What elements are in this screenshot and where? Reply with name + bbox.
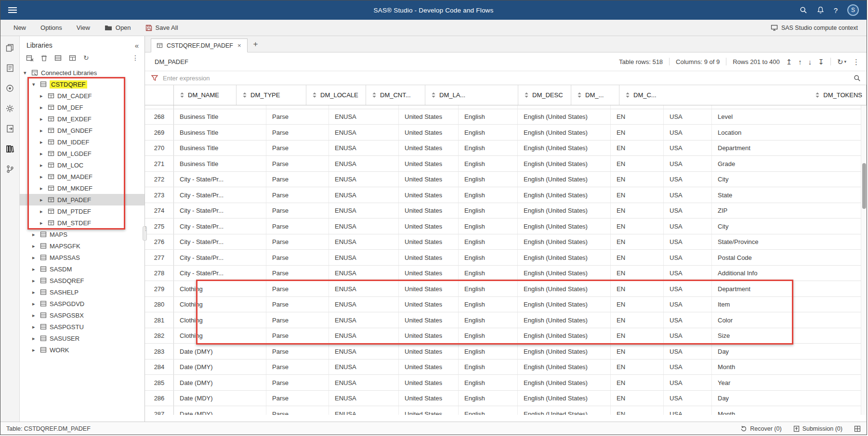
cell-dm-desc[interactable]: English (United States) bbox=[518, 406, 611, 415]
column-header[interactable]: DM_NAME bbox=[174, 85, 237, 105]
cell-dm-desc[interactable]: English (United States) bbox=[518, 218, 611, 234]
cell-dm-desc[interactable]: English (United States) bbox=[518, 125, 611, 140]
cell-dm-tokens[interactable]: City bbox=[712, 172, 867, 187]
cell-dm-type[interactable]: Parse bbox=[266, 187, 329, 203]
expand-icon[interactable]: ▸ bbox=[32, 231, 39, 238]
expand-icon[interactable]: ▸ bbox=[32, 255, 39, 261]
column-header[interactable]: DM_TOKENS bbox=[809, 85, 867, 105]
cell-dm-tokens[interactable]: Day bbox=[712, 391, 867, 406]
cell-dm-la[interactable]: English bbox=[459, 406, 518, 415]
table-row[interactable]: 277 City - State/Pr... Parse ENUSA Unite… bbox=[145, 250, 867, 266]
expand-icon[interactable]: ▸ bbox=[32, 301, 39, 307]
cell-dm-locale[interactable]: ENUSA bbox=[329, 344, 399, 359]
cell-dm[interactable]: EN bbox=[611, 344, 664, 359]
snippets-icon[interactable] bbox=[5, 43, 15, 52]
cell-dm-type[interactable]: Parse bbox=[266, 281, 329, 296]
cell-dm-name[interactable]: Clothing bbox=[174, 312, 266, 328]
cell-dm-type[interactable]: Parse bbox=[266, 297, 329, 312]
cell-dm-locale[interactable]: ENUSA bbox=[329, 234, 399, 250]
table-row[interactable]: 270 Business Title Parse ENUSA United St… bbox=[145, 141, 867, 156]
menu-open[interactable]: Open bbox=[97, 24, 138, 31]
table-row[interactable]: 286 Date (MDY) Parse ENUSA United States… bbox=[145, 391, 867, 407]
cell-dm-c[interactable]: USA bbox=[664, 391, 712, 406]
cell-dm-desc[interactable]: English (United States) bbox=[518, 297, 611, 312]
cell-dm-c[interactable]: USA bbox=[664, 172, 712, 187]
cell-dm-tokens[interactable]: Month bbox=[712, 359, 867, 375]
cell-dm-name[interactable]: City - State/Pr... bbox=[174, 187, 266, 203]
go-to-first-rows-icon[interactable]: ↥ bbox=[786, 58, 792, 65]
cell-dm-locale[interactable]: ENUSA bbox=[329, 250, 399, 265]
sort-icon[interactable] bbox=[180, 92, 184, 98]
cell-dm-name[interactable]: City - State/Pr... bbox=[174, 266, 266, 281]
cell-dm-cnt[interactable]: United States bbox=[399, 297, 459, 312]
expand-icon[interactable]: ▸ bbox=[40, 151, 47, 157]
search-icon[interactable] bbox=[800, 6, 807, 14]
cell-dm-tokens[interactable]: Level bbox=[712, 109, 867, 125]
cell-dm-cnt[interactable]: United States bbox=[399, 375, 459, 390]
table-row[interactable]: 282 Clothing Parse ENUSA United States E… bbox=[145, 328, 867, 344]
expand-icon[interactable]: ▸ bbox=[40, 174, 47, 180]
cell-dm-la[interactable]: English bbox=[459, 391, 518, 406]
cell-dm-name[interactable]: Date (MDY) bbox=[174, 391, 266, 406]
column-header[interactable]: DM_C... bbox=[619, 85, 809, 105]
table-row[interactable]: 275 City - State/Pr... Parse ENUSA Unite… bbox=[145, 218, 867, 234]
cell-dm-desc[interactable]: English (United States) bbox=[518, 109, 611, 125]
table-row[interactable]: 281 Clothing Parse ENUSA United States E… bbox=[145, 312, 867, 328]
cell-dm-tokens[interactable]: Year bbox=[712, 375, 867, 390]
menu-new[interactable]: New bbox=[6, 24, 33, 31]
cell-dm-tokens[interactable]: Additional Info bbox=[712, 266, 867, 281]
table-row[interactable]: 276 City - State/Pr... Parse ENUSA Unite… bbox=[145, 234, 867, 250]
libraries-icon[interactable] bbox=[5, 144, 15, 154]
cell-dm-la[interactable]: English bbox=[459, 109, 518, 125]
cell-dm[interactable]: EN bbox=[611, 406, 664, 415]
tree-node-table[interactable]: ▸ DM_LOC bbox=[20, 159, 145, 171]
expand-icon[interactable]: ▸ bbox=[32, 312, 39, 319]
expand-icon[interactable]: ▾ bbox=[32, 81, 39, 88]
cell-dm-la[interactable]: English bbox=[459, 250, 518, 265]
cell-dm[interactable]: EN bbox=[611, 266, 664, 281]
tree-node-table[interactable]: ▸ DM_GNDEF bbox=[20, 125, 145, 136]
cell-dm[interactable]: EN bbox=[611, 187, 664, 203]
tree-node-library[interactable]: ▸ SASUSER bbox=[20, 333, 145, 344]
cell-dm-c[interactable]: USA bbox=[664, 344, 712, 359]
cell-dm-c[interactable]: USA bbox=[664, 203, 712, 218]
cell-dm-type[interactable]: Parse bbox=[266, 156, 329, 171]
cell-dm-type[interactable]: Parse bbox=[266, 391, 329, 406]
cell-dm-tokens[interactable]: Postal Code bbox=[712, 250, 867, 265]
cell-dm-type[interactable]: Parse bbox=[266, 141, 329, 156]
cell-dm-la[interactable]: English bbox=[459, 281, 518, 296]
cell-dm-desc[interactable]: English (United States) bbox=[518, 281, 611, 296]
cell-dm-locale[interactable]: ENUSA bbox=[329, 125, 399, 140]
cell-dm-desc[interactable]: English (United States) bbox=[518, 141, 611, 156]
tree-node-cstdqref[interactable]: ▾ CSTDQREF bbox=[20, 78, 145, 90]
cell-dm-tokens[interactable]: Department bbox=[712, 281, 867, 296]
cell-dm-la[interactable]: English bbox=[459, 328, 518, 344]
cell-dm-cnt[interactable]: United States bbox=[399, 312, 459, 328]
expand-icon[interactable]: ▸ bbox=[32, 266, 39, 272]
cell-dm-cnt[interactable]: United States bbox=[399, 391, 459, 406]
sort-icon[interactable] bbox=[625, 92, 630, 98]
cell-dm-cnt[interactable]: United States bbox=[399, 344, 459, 359]
cell-dm[interactable]: EN bbox=[611, 109, 664, 125]
cell-dm-name[interactable]: Business Title bbox=[174, 125, 266, 140]
table-view-icon[interactable] bbox=[69, 54, 76, 62]
cell-dm[interactable]: EN bbox=[611, 218, 664, 234]
cell-dm-c[interactable]: USA bbox=[664, 218, 712, 234]
column-header[interactable]: DM_LOCALE bbox=[306, 85, 366, 105]
cell-dm[interactable]: EN bbox=[611, 234, 664, 250]
cell-dm-name[interactable]: Date (DMY) bbox=[174, 359, 266, 375]
vertical-scrollbar[interactable] bbox=[861, 105, 867, 415]
cell-dm-type[interactable]: Parse bbox=[266, 218, 329, 234]
notifications-bell-icon[interactable] bbox=[817, 6, 824, 14]
cell-dm-type[interactable]: Parse bbox=[266, 109, 329, 125]
program-file-icon[interactable] bbox=[5, 63, 15, 73]
cell-dm-name[interactable]: City - State/Pr... bbox=[174, 172, 266, 187]
new-library-icon[interactable] bbox=[54, 54, 62, 62]
cell-dm[interactable]: EN bbox=[611, 391, 664, 406]
sort-icon[interactable] bbox=[524, 92, 529, 98]
cell-dm-locale[interactable]: ENUSA bbox=[329, 297, 399, 312]
cell-dm-name[interactable]: City - State/Pr... bbox=[174, 234, 266, 250]
cell-dm-cnt[interactable]: United States bbox=[399, 109, 459, 125]
column-header[interactable]: DM_LA... bbox=[425, 85, 518, 105]
cell-dm-locale[interactable]: ENUSA bbox=[329, 406, 399, 415]
